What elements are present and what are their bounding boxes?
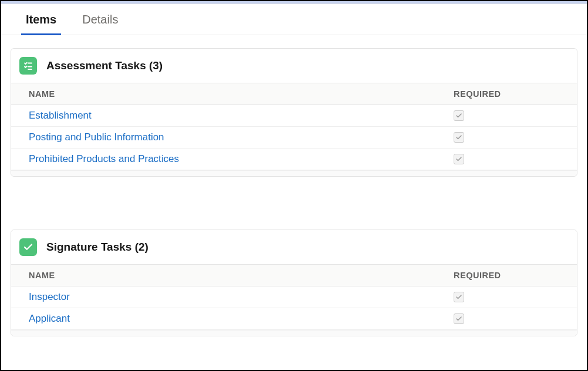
- column-name: NAME: [29, 89, 454, 99]
- card-footer: [11, 170, 577, 176]
- table-row: Applicant: [11, 308, 577, 330]
- required-cell: [454, 313, 559, 324]
- column-headers: NAME REQUIRED: [11, 83, 577, 105]
- required-checkbox: [454, 154, 464, 164]
- column-required: REQUIRED: [454, 271, 559, 280]
- card-title: Assessment Tasks (3): [46, 59, 163, 72]
- table-row: Inspector: [11, 286, 577, 308]
- task-link-applicant[interactable]: Applicant: [29, 313, 454, 325]
- tab-bar: Items Details: [1, 4, 587, 35]
- required-cell: [454, 132, 559, 143]
- card-header: Signature Tasks (2): [11, 230, 577, 264]
- column-name: NAME: [29, 271, 454, 280]
- assessment-tasks-card: Assessment Tasks (3) NAME REQUIRED Estab…: [11, 48, 577, 177]
- required-cell: [454, 154, 559, 164]
- required-cell: [454, 292, 559, 302]
- task-link-inspector[interactable]: Inspector: [29, 291, 454, 303]
- column-headers: NAME REQUIRED: [11, 264, 577, 286]
- task-list-icon: [19, 57, 37, 75]
- task-link-posting[interactable]: Posting and Public Information: [29, 131, 454, 143]
- table-row: Prohibited Products and Practices: [11, 149, 577, 170]
- checkmark-icon: [19, 238, 37, 256]
- required-cell: [454, 110, 559, 121]
- tab-items[interactable]: Items: [13, 4, 69, 35]
- card-title: Signature Tasks (2): [46, 241, 148, 254]
- required-checkbox: [454, 132, 464, 143]
- card-header: Assessment Tasks (3): [11, 49, 577, 83]
- column-required: REQUIRED: [454, 89, 559, 99]
- signature-tasks-card: Signature Tasks (2) NAME REQUIRED Inspec…: [11, 230, 577, 336]
- required-checkbox: [454, 313, 464, 324]
- required-checkbox: [454, 292, 464, 302]
- table-row: Posting and Public Information: [11, 127, 577, 149]
- task-link-prohibited[interactable]: Prohibited Products and Practices: [29, 153, 454, 165]
- table-row: Establishment: [11, 105, 577, 127]
- card-footer: [11, 330, 577, 336]
- required-checkbox: [454, 110, 464, 121]
- main-content: Assessment Tasks (3) NAME REQUIRED Estab…: [1, 35, 587, 352]
- tab-details[interactable]: Details: [69, 4, 131, 35]
- task-link-establishment[interactable]: Establishment: [29, 110, 454, 122]
